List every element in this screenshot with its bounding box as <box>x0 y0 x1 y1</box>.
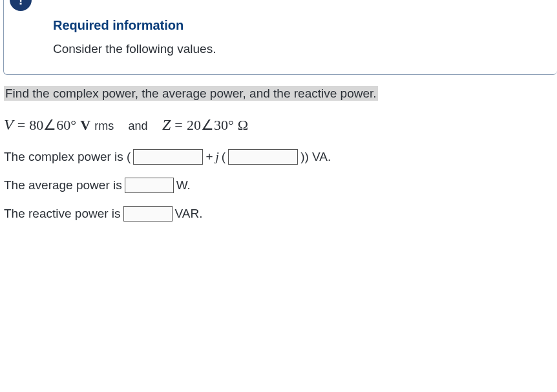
deg-1: ° <box>70 117 76 133</box>
angle-sym-2: ∠ <box>201 117 214 133</box>
unit-rms: rms <box>94 119 114 132</box>
question-prompt: Find the complex power, the average powe… <box>4 86 378 101</box>
question-section: Find the complex power, the average powe… <box>0 75 557 222</box>
reactive-power-line: The reactive power is VAR. <box>4 206 553 222</box>
alert-badge: ! <box>10 0 32 11</box>
var-z: Z <box>162 116 171 133</box>
average-power-line: The average power is W. <box>4 178 553 193</box>
equals-2: = <box>174 117 182 133</box>
unit-ohm: Ω <box>238 117 248 133</box>
plus-text: + <box>205 150 213 164</box>
unit-v: V <box>80 117 90 133</box>
ang-60: 60 <box>56 117 70 133</box>
equals-1: = <box>17 117 25 133</box>
ang-30: 30 <box>214 117 228 133</box>
reactive-power-input[interactable] <box>123 206 173 222</box>
complex-power-imag-input[interactable] <box>228 149 298 165</box>
average-power-unit: W. <box>176 178 191 192</box>
exclamation-icon: ! <box>19 0 23 8</box>
open-paren: ( <box>222 150 226 164</box>
deg-2: ° <box>228 117 234 133</box>
complex-power-real-input[interactable] <box>133 149 203 165</box>
complex-power-unit: )) VA. <box>300 150 331 164</box>
required-info-box: ! Required information Consider the foll… <box>3 0 557 75</box>
and-text: and <box>129 119 148 132</box>
given-equation: V = 80∠60° V rms and Z = 20∠30° Ω <box>4 116 553 134</box>
info-subtitle: Consider the following values. <box>53 42 544 56</box>
var-v: V <box>4 116 14 133</box>
required-information-title: Required information <box>53 18 544 33</box>
question-prompt-wrapper: Find the complex power, the average powe… <box>4 87 553 101</box>
val-20: 20 <box>187 117 201 133</box>
angle-sym-1: ∠ <box>43 117 56 133</box>
average-power-label: The average power is <box>4 178 122 192</box>
complex-power-label: The complex power is ( <box>4 150 131 164</box>
val-80: 80 <box>29 117 43 133</box>
j-text: j <box>216 150 219 164</box>
complex-power-line: The complex power is ( + j( )) VA. <box>4 149 553 165</box>
average-power-input[interactable] <box>125 178 174 193</box>
reactive-power-label: The reactive power is <box>4 207 121 221</box>
reactive-power-unit: VAR. <box>175 207 203 221</box>
